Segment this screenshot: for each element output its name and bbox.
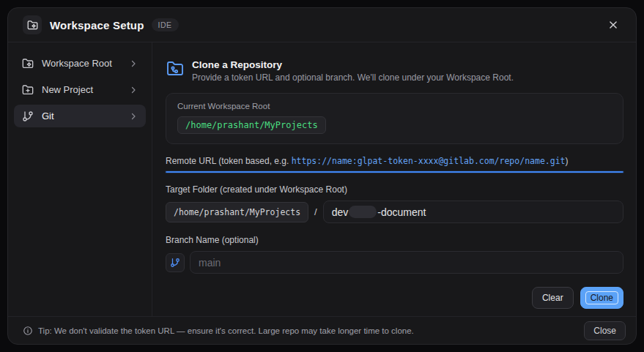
folder-gear-icon (23, 15, 42, 34)
chevron-right-icon (129, 59, 138, 68)
close-icon[interactable] (605, 17, 621, 33)
clear-button[interactable]: Clear (532, 287, 574, 309)
sidebar-item-label: New Project (42, 84, 129, 95)
workspace-root-path: /home/prashant/MyProjects (177, 116, 326, 134)
workspace-root-card: Current Workspace Root /home/prashant/My… (166, 93, 623, 144)
sidebar-item-label: Workspace Root (42, 58, 129, 69)
branch-name-label: Branch Name (optional) (166, 235, 623, 245)
branch-name-input[interactable] (190, 251, 623, 274)
info-icon (23, 326, 33, 336)
path-separator: / (314, 206, 317, 217)
close-button[interactable]: Close (584, 321, 626, 340)
branch-row (166, 251, 623, 274)
footer-tip: Tip: We don't validate the token URL — e… (38, 326, 414, 335)
git-branch-icon (22, 111, 34, 122)
section-header: Clone a Repository Provide a token URL a… (166, 59, 623, 83)
dialog-footer: Tip: We don't validate the token URL — e… (8, 316, 636, 344)
ide-badge: IDE (152, 18, 179, 31)
git-clone-panel: Clone a Repository Provide a token URL a… (152, 42, 636, 316)
target-folder-input[interactable]: dev-document (323, 201, 623, 223)
workspace-root-label: Current Workspace Root (177, 102, 612, 111)
folder-plus-icon (22, 84, 34, 96)
remote-url-example: https://name:glpat-token-xxxx@gitlab.com… (292, 156, 566, 166)
target-folder-label: Target Folder (created under Workspace R… (166, 184, 623, 195)
git-branch-icon (166, 253, 185, 272)
folder-gear-icon (22, 58, 34, 70)
remote-url-label: Remote URL (token based, e.g. https://na… (166, 156, 623, 166)
remote-url-input[interactable]: https://p-Xs@gitlab.com//dev-document.gi… (166, 171, 623, 173)
clone-button[interactable]: Clone (580, 287, 623, 309)
dialog-body: Workspace Root New Project (8, 42, 636, 316)
sidebar-item-git[interactable]: Git (14, 105, 146, 127)
form-actions: Clear Clone (166, 274, 623, 309)
target-folder-base-path: /home/prashant/MyProjects (166, 202, 308, 222)
folder-git-icon (166, 59, 185, 78)
target-folder-row: /home/prashant/MyProjects / dev-document (166, 201, 623, 223)
section-title: Clone a Repository (192, 59, 514, 70)
chevron-right-icon (129, 86, 138, 94)
sidebar-item-new-project[interactable]: New Project (14, 78, 146, 101)
workspace-setup-dialog: Workspace Setup IDE Workspace Root (7, 7, 637, 345)
sidebar-item-workspace-root[interactable]: Workspace Root (14, 52, 146, 75)
sidebar-item-label: Git (42, 111, 129, 121)
dialog-header: Workspace Setup IDE (8, 8, 636, 42)
chevron-right-icon (129, 112, 138, 121)
sidebar: Workspace Root New Project (8, 42, 152, 316)
section-subtitle: Provide a token URL and optional branch.… (192, 72, 514, 83)
dialog-title: Workspace Setup (50, 19, 144, 31)
